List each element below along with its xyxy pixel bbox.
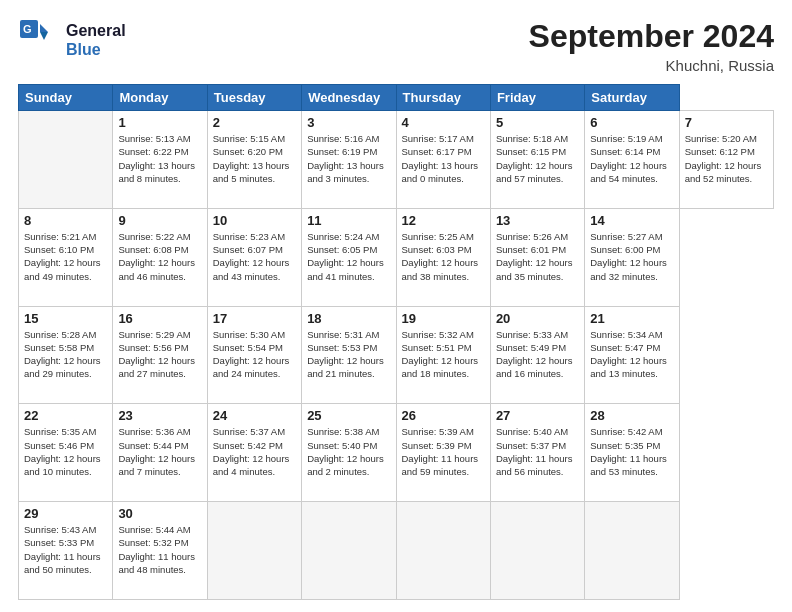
day-info-line: Sunrise: 5:33 AM [496,328,579,341]
day-info-line: Daylight: 12 hours [118,452,201,465]
day-info-line: and 38 minutes. [402,270,485,283]
day-info-line: Sunrise: 5:32 AM [402,328,485,341]
day-info-line: Daylight: 12 hours [685,159,768,172]
day-info-line: and 21 minutes. [307,367,390,380]
day-info-line: Sunrise: 5:17 AM [402,132,485,145]
day-info-line: Sunset: 5:54 PM [213,341,296,354]
day-cell: 2Sunrise: 5:15 AMSunset: 6:20 PMDaylight… [207,111,301,209]
day-number: 12 [402,213,485,228]
day-info-line: Daylight: 12 hours [307,256,390,269]
day-info-line: Sunset: 6:03 PM [402,243,485,256]
day-number: 22 [24,408,107,423]
day-cell: 20Sunrise: 5:33 AMSunset: 5:49 PMDayligh… [490,306,584,404]
day-info-line: Sunrise: 5:37 AM [213,425,296,438]
day-info-line: and 54 minutes. [590,172,673,185]
day-info: Sunrise: 5:44 AMSunset: 5:32 PMDaylight:… [118,523,201,576]
day-cell: 29Sunrise: 5:43 AMSunset: 5:33 PMDayligh… [19,502,113,600]
day-cell: 3Sunrise: 5:16 AMSunset: 6:19 PMDaylight… [302,111,396,209]
day-number: 14 [590,213,673,228]
day-info-line: Sunset: 5:44 PM [118,439,201,452]
day-info-line: Sunrise: 5:44 AM [118,523,201,536]
day-number: 13 [496,213,579,228]
day-cell: 10Sunrise: 5:23 AMSunset: 6:07 PMDayligh… [207,208,301,306]
day-cell: 13Sunrise: 5:26 AMSunset: 6:01 PMDayligh… [490,208,584,306]
day-info-line: and 50 minutes. [24,563,107,576]
day-info-line: Sunrise: 5:20 AM [685,132,768,145]
day-number: 20 [496,311,579,326]
logo-blue: Blue [66,41,101,58]
day-info-line: Daylight: 12 hours [213,452,296,465]
day-info-line: and 57 minutes. [496,172,579,185]
day-info-line: Sunset: 6:17 PM [402,145,485,158]
day-info-line: Sunset: 5:37 PM [496,439,579,452]
day-cell: 14Sunrise: 5:27 AMSunset: 6:00 PMDayligh… [585,208,679,306]
day-info-line: Sunrise: 5:42 AM [590,425,673,438]
day-cell: 17Sunrise: 5:30 AMSunset: 5:54 PMDayligh… [207,306,301,404]
day-number: 30 [118,506,201,521]
day-info-line: Sunset: 6:01 PM [496,243,579,256]
day-info-line: Sunset: 5:32 PM [118,536,201,549]
header-saturday: Saturday [585,85,679,111]
page-header: G General Blue September 2024 Khuchni, R… [18,18,774,74]
day-info-line: Daylight: 13 hours [118,159,201,172]
day-info-line: Daylight: 12 hours [496,256,579,269]
day-info: Sunrise: 5:38 AMSunset: 5:40 PMDaylight:… [307,425,390,478]
day-info-line: Sunset: 5:49 PM [496,341,579,354]
day-info-line: and 52 minutes. [685,172,768,185]
location: Khuchni, Russia [529,57,774,74]
day-info: Sunrise: 5:13 AMSunset: 6:22 PMDaylight:… [118,132,201,185]
day-info-line: Sunrise: 5:23 AM [213,230,296,243]
day-number: 23 [118,408,201,423]
day-cell: 21Sunrise: 5:34 AMSunset: 5:47 PMDayligh… [585,306,679,404]
day-info-line: and 0 minutes. [402,172,485,185]
day-cell: 18Sunrise: 5:31 AMSunset: 5:53 PMDayligh… [302,306,396,404]
day-number: 5 [496,115,579,130]
day-info-line: Sunset: 5:33 PM [24,536,107,549]
day-info-line: Sunrise: 5:18 AM [496,132,579,145]
day-info-line: and 49 minutes. [24,270,107,283]
day-info: Sunrise: 5:24 AMSunset: 6:05 PMDaylight:… [307,230,390,283]
day-number: 4 [402,115,485,130]
day-info-line: and 29 minutes. [24,367,107,380]
day-info: Sunrise: 5:42 AMSunset: 5:35 PMDaylight:… [590,425,673,478]
day-info: Sunrise: 5:28 AMSunset: 5:58 PMDaylight:… [24,328,107,381]
day-info: Sunrise: 5:29 AMSunset: 5:56 PMDaylight:… [118,328,201,381]
header-monday: Monday [113,85,207,111]
day-info-line: Sunset: 5:46 PM [24,439,107,452]
day-cell: 11Sunrise: 5:24 AMSunset: 6:05 PMDayligh… [302,208,396,306]
day-info-line: Daylight: 12 hours [402,354,485,367]
day-info: Sunrise: 5:21 AMSunset: 6:10 PMDaylight:… [24,230,107,283]
day-number: 25 [307,408,390,423]
day-number: 8 [24,213,107,228]
day-number: 17 [213,311,296,326]
day-info-line: and 35 minutes. [496,270,579,283]
day-info: Sunrise: 5:31 AMSunset: 5:53 PMDaylight:… [307,328,390,381]
day-info-line: Daylight: 12 hours [590,354,673,367]
day-info-line: Daylight: 12 hours [402,256,485,269]
day-info-line: Sunrise: 5:22 AM [118,230,201,243]
day-info-line: Sunset: 6:20 PM [213,145,296,158]
day-info-line: Sunrise: 5:16 AM [307,132,390,145]
day-info-line: Sunrise: 5:27 AM [590,230,673,243]
day-info-line: Sunset: 5:56 PM [118,341,201,354]
day-info: Sunrise: 5:17 AMSunset: 6:17 PMDaylight:… [402,132,485,185]
day-cell: 23Sunrise: 5:36 AMSunset: 5:44 PMDayligh… [113,404,207,502]
day-info-line: Sunrise: 5:15 AM [213,132,296,145]
day-info-line: Sunrise: 5:19 AM [590,132,673,145]
day-info: Sunrise: 5:25 AMSunset: 6:03 PMDaylight:… [402,230,485,283]
day-info-line: Sunset: 6:10 PM [24,243,107,256]
day-info: Sunrise: 5:19 AMSunset: 6:14 PMDaylight:… [590,132,673,185]
day-cell [396,502,490,600]
day-info-line: Daylight: 12 hours [118,354,201,367]
day-number: 2 [213,115,296,130]
day-number: 26 [402,408,485,423]
day-info: Sunrise: 5:36 AMSunset: 5:44 PMDaylight:… [118,425,201,478]
week-row-3: 22Sunrise: 5:35 AMSunset: 5:46 PMDayligh… [19,404,774,502]
week-row-0: 1Sunrise: 5:13 AMSunset: 6:22 PMDaylight… [19,111,774,209]
day-number: 9 [118,213,201,228]
day-info-line: and 18 minutes. [402,367,485,380]
day-cell: 22Sunrise: 5:35 AMSunset: 5:46 PMDayligh… [19,404,113,502]
day-info-line: Sunset: 5:42 PM [213,439,296,452]
day-info-line: and 46 minutes. [118,270,201,283]
day-info: Sunrise: 5:34 AMSunset: 5:47 PMDaylight:… [590,328,673,381]
